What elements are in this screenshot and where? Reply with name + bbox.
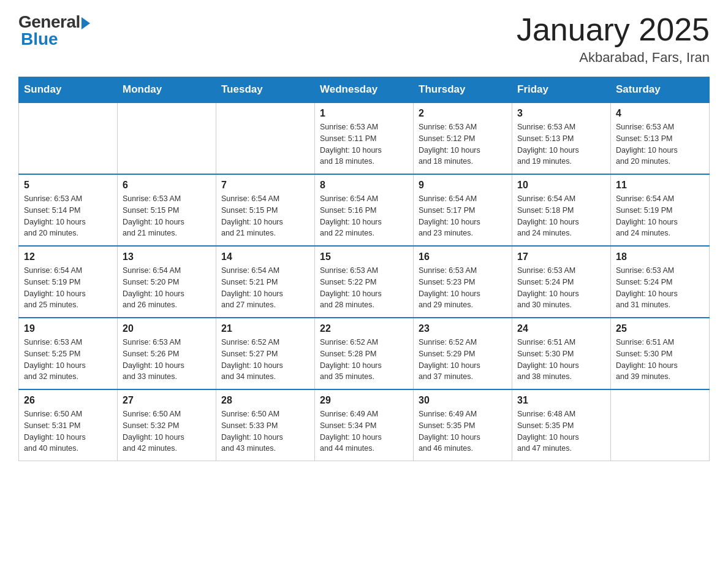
- calendar-cell: 20Sunrise: 6:53 AM Sunset: 5:26 PM Dayli…: [118, 318, 216, 389]
- calendar-cell: 9Sunrise: 6:54 AM Sunset: 5:17 PM Daylig…: [414, 174, 512, 246]
- day-number: 5: [24, 180, 112, 191]
- day-number: 3: [517, 108, 605, 119]
- day-info: Sunrise: 6:54 AM Sunset: 5:17 PM Dayligh…: [419, 193, 507, 239]
- calendar-cell: 13Sunrise: 6:54 AM Sunset: 5:20 PM Dayli…: [118, 246, 216, 318]
- calendar-cell: 19Sunrise: 6:53 AM Sunset: 5:25 PM Dayli…: [19, 318, 118, 389]
- location-text: Akbarabad, Fars, Iran: [517, 50, 710, 66]
- day-number: 14: [221, 251, 309, 262]
- column-header-thursday: Thursday: [414, 77, 512, 103]
- day-number: 31: [517, 395, 605, 406]
- day-number: 10: [517, 180, 605, 191]
- calendar-cell: 27Sunrise: 6:50 AM Sunset: 5:32 PM Dayli…: [118, 389, 216, 461]
- calendar-cell: [19, 102, 118, 174]
- day-number: 1: [320, 108, 408, 119]
- day-number: 27: [123, 395, 211, 406]
- calendar-cell: 10Sunrise: 6:54 AM Sunset: 5:18 PM Dayli…: [512, 174, 611, 246]
- day-number: 23: [419, 323, 507, 334]
- day-info: Sunrise: 6:54 AM Sunset: 5:21 PM Dayligh…: [221, 265, 309, 311]
- calendar-cell: 2Sunrise: 6:53 AM Sunset: 5:12 PM Daylig…: [414, 102, 512, 174]
- month-title: January 2025: [517, 12, 710, 47]
- day-number: 26: [24, 395, 112, 406]
- logo-blue-text: Blue: [21, 29, 58, 49]
- day-number: 30: [419, 395, 507, 406]
- day-number: 24: [517, 323, 605, 334]
- day-info: Sunrise: 6:49 AM Sunset: 5:34 PM Dayligh…: [320, 408, 408, 454]
- day-number: 7: [221, 180, 309, 191]
- column-header-saturday: Saturday: [611, 77, 710, 103]
- day-number: 20: [123, 323, 211, 334]
- day-number: 9: [419, 180, 507, 191]
- column-header-sunday: Sunday: [19, 77, 118, 103]
- calendar-cell: 5Sunrise: 6:53 AM Sunset: 5:14 PM Daylig…: [19, 174, 118, 246]
- calendar-cell: 14Sunrise: 6:54 AM Sunset: 5:21 PM Dayli…: [216, 246, 315, 318]
- column-header-tuesday: Tuesday: [216, 77, 315, 103]
- day-info: Sunrise: 6:50 AM Sunset: 5:32 PM Dayligh…: [123, 408, 211, 454]
- calendar-cell: 12Sunrise: 6:54 AM Sunset: 5:19 PM Dayli…: [19, 246, 118, 318]
- day-number: 29: [320, 395, 408, 406]
- calendar-cell: 1Sunrise: 6:53 AM Sunset: 5:11 PM Daylig…: [315, 102, 414, 174]
- day-number: 8: [320, 180, 408, 191]
- day-info: Sunrise: 6:53 AM Sunset: 5:26 PM Dayligh…: [123, 337, 211, 383]
- day-number: 16: [419, 251, 507, 262]
- calendar-cell: 21Sunrise: 6:52 AM Sunset: 5:27 PM Dayli…: [216, 318, 315, 389]
- day-number: 21: [221, 323, 309, 334]
- calendar-cell: 31Sunrise: 6:48 AM Sunset: 5:35 PM Dayli…: [512, 389, 611, 461]
- day-info: Sunrise: 6:53 AM Sunset: 5:12 PM Dayligh…: [419, 121, 507, 167]
- day-info: Sunrise: 6:53 AM Sunset: 5:22 PM Dayligh…: [320, 265, 408, 311]
- day-info: Sunrise: 6:53 AM Sunset: 5:14 PM Dayligh…: [24, 193, 112, 239]
- day-number: 4: [616, 108, 704, 119]
- day-info: Sunrise: 6:54 AM Sunset: 5:19 PM Dayligh…: [24, 265, 112, 311]
- calendar-cell: 24Sunrise: 6:51 AM Sunset: 5:30 PM Dayli…: [512, 318, 611, 389]
- day-info: Sunrise: 6:53 AM Sunset: 5:13 PM Dayligh…: [616, 121, 704, 167]
- day-info: Sunrise: 6:52 AM Sunset: 5:27 PM Dayligh…: [221, 337, 309, 383]
- calendar-cell: 18Sunrise: 6:53 AM Sunset: 5:24 PM Dayli…: [611, 246, 710, 318]
- calendar-cell: 8Sunrise: 6:54 AM Sunset: 5:16 PM Daylig…: [315, 174, 414, 246]
- day-info: Sunrise: 6:50 AM Sunset: 5:33 PM Dayligh…: [221, 408, 309, 454]
- calendar-cell: 11Sunrise: 6:54 AM Sunset: 5:19 PM Dayli…: [611, 174, 710, 246]
- calendar-cell: [216, 102, 315, 174]
- day-info: Sunrise: 6:54 AM Sunset: 5:16 PM Dayligh…: [320, 193, 408, 239]
- calendar-cell: 17Sunrise: 6:53 AM Sunset: 5:24 PM Dayli…: [512, 246, 611, 318]
- calendar-cell: 28Sunrise: 6:50 AM Sunset: 5:33 PM Dayli…: [216, 389, 315, 461]
- calendar-cell: 29Sunrise: 6:49 AM Sunset: 5:34 PM Dayli…: [315, 389, 414, 461]
- calendar-cell: 3Sunrise: 6:53 AM Sunset: 5:13 PM Daylig…: [512, 102, 611, 174]
- logo: General Blue: [18, 12, 90, 49]
- calendar-cell: 6Sunrise: 6:53 AM Sunset: 5:15 PM Daylig…: [118, 174, 216, 246]
- day-number: 6: [123, 180, 211, 191]
- day-number: 11: [616, 180, 704, 191]
- week-row-1: 1Sunrise: 6:53 AM Sunset: 5:11 PM Daylig…: [19, 102, 710, 174]
- week-row-5: 26Sunrise: 6:50 AM Sunset: 5:31 PM Dayli…: [19, 389, 710, 461]
- calendar-table: SundayMondayTuesdayWednesdayThursdayFrid…: [18, 77, 710, 461]
- day-info: Sunrise: 6:51 AM Sunset: 5:30 PM Dayligh…: [517, 337, 605, 383]
- calendar-cell: [611, 389, 710, 461]
- calendar-cell: 16Sunrise: 6:53 AM Sunset: 5:23 PM Dayli…: [414, 246, 512, 318]
- calendar-cell: 4Sunrise: 6:53 AM Sunset: 5:13 PM Daylig…: [611, 102, 710, 174]
- calendar-cell: 30Sunrise: 6:49 AM Sunset: 5:35 PM Dayli…: [414, 389, 512, 461]
- day-info: Sunrise: 6:53 AM Sunset: 5:11 PM Dayligh…: [320, 121, 408, 167]
- day-info: Sunrise: 6:53 AM Sunset: 5:15 PM Dayligh…: [123, 193, 211, 239]
- calendar-cell: [118, 102, 216, 174]
- week-row-2: 5Sunrise: 6:53 AM Sunset: 5:14 PM Daylig…: [19, 174, 710, 246]
- calendar-cell: 7Sunrise: 6:54 AM Sunset: 5:15 PM Daylig…: [216, 174, 315, 246]
- day-number: 18: [616, 251, 704, 262]
- day-info: Sunrise: 6:48 AM Sunset: 5:35 PM Dayligh…: [517, 408, 605, 454]
- column-header-wednesday: Wednesday: [315, 77, 414, 103]
- day-info: Sunrise: 6:53 AM Sunset: 5:13 PM Dayligh…: [517, 121, 605, 167]
- day-number: 2: [419, 108, 507, 119]
- day-info: Sunrise: 6:54 AM Sunset: 5:19 PM Dayligh…: [616, 193, 704, 239]
- day-info: Sunrise: 6:49 AM Sunset: 5:35 PM Dayligh…: [419, 408, 507, 454]
- day-number: 25: [616, 323, 704, 334]
- day-info: Sunrise: 6:50 AM Sunset: 5:31 PM Dayligh…: [24, 408, 112, 454]
- day-number: 19: [24, 323, 112, 334]
- logo-arrow-icon: [82, 17, 90, 29]
- calendar-cell: 22Sunrise: 6:52 AM Sunset: 5:28 PM Dayli…: [315, 318, 414, 389]
- week-row-4: 19Sunrise: 6:53 AM Sunset: 5:25 PM Dayli…: [19, 318, 710, 389]
- day-number: 15: [320, 251, 408, 262]
- day-number: 17: [517, 251, 605, 262]
- day-number: 13: [123, 251, 211, 262]
- calendar-cell: 23Sunrise: 6:52 AM Sunset: 5:29 PM Dayli…: [414, 318, 512, 389]
- column-header-monday: Monday: [118, 77, 216, 103]
- calendar-cell: 15Sunrise: 6:53 AM Sunset: 5:22 PM Dayli…: [315, 246, 414, 318]
- week-row-3: 12Sunrise: 6:54 AM Sunset: 5:19 PM Dayli…: [19, 246, 710, 318]
- title-block: January 2025 Akbarabad, Fars, Iran: [517, 12, 710, 66]
